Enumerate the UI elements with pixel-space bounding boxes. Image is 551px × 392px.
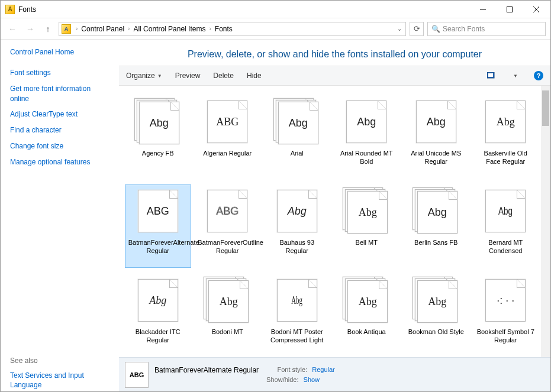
font-label: Bell MT: [356, 238, 378, 247]
font-label: Algerian Regular: [203, 149, 252, 157]
font-icon: Abg: [273, 98, 321, 145]
font-label: BatmanForeverOutline Regular: [198, 238, 257, 255]
breadcrumb-item[interactable]: Fonts: [214, 25, 234, 33]
font-item[interactable]: AbgArial Unicode MS Regular: [403, 95, 469, 179]
forward-button[interactable]: →: [23, 22, 37, 36]
font-label: Arial Unicode MS Regular: [407, 149, 466, 166]
details-font-icon: ABG: [125, 362, 149, 388]
scrollbar-thumb[interactable]: [542, 90, 549, 126]
font-item[interactable]: AbgBookman Old Style: [403, 274, 469, 357]
address-bar[interactable]: A › Control Panel › All Control Panel It…: [59, 22, 406, 36]
sidebar-link[interactable]: Text Services and Input Language: [10, 371, 109, 391]
font-item[interactable]: ABGBatmanForeverOutline Regular: [195, 184, 261, 268]
font-label: BatmanForeverAlternate Regular: [128, 238, 188, 255]
fonts-app-icon: A: [5, 5, 15, 14]
font-item[interactable]: AbgBlackadder ITC Regular: [125, 274, 191, 357]
font-item[interactable]: AbgArial Rounded MT Bold: [334, 95, 400, 179]
font-item[interactable]: AbgBodoni MT: [195, 274, 261, 357]
font-label: Bauhaus 93 Regular: [268, 238, 327, 255]
help-button[interactable]: ?: [534, 71, 543, 80]
font-item[interactable]: AbgBodoni MT Poster Compressed Light: [264, 274, 330, 357]
preview-button[interactable]: Preview: [175, 72, 201, 80]
organize-button[interactable]: Organize▼: [126, 72, 162, 80]
details-show-value: Show: [304, 376, 320, 383]
font-grid: AbgAgency FBABGAlgerian RegularAbgArialA…: [119, 86, 550, 357]
details-style-key: Font style:: [272, 366, 307, 374]
toolbar: Organize▼ Preview Delete Hide ▼ ?: [119, 66, 550, 86]
view-dropdown-icon[interactable]: ▼: [510, 70, 521, 81]
view-options-button[interactable]: [486, 70, 497, 81]
close-button[interactable]: [523, 1, 549, 18]
page-heading: Preview, delete, or show and hide the fo…: [119, 40, 550, 66]
font-label: Arial: [291, 149, 304, 157]
address-dropdown-icon[interactable]: ⌄: [394, 25, 405, 32]
delete-button[interactable]: Delete: [213, 72, 234, 80]
font-label: Bookshelf Symbol 7 Regular: [476, 328, 535, 345]
title-bar: A Fonts: [1, 1, 550, 18]
font-item[interactable]: AbgBernard MT Condensed: [473, 184, 539, 268]
details-pane: ABG BatmanForeverAlternate Regular Font …: [119, 357, 550, 391]
font-label: Bodoni MT: [212, 328, 243, 336]
sidebar-link[interactable]: Font settings: [10, 68, 109, 78]
font-icon: Abg: [204, 277, 251, 324]
svg-rect-1: [507, 7, 512, 12]
font-item[interactable]: ABGAlgerian Regular: [195, 95, 261, 179]
details-style-value: Regular: [312, 366, 335, 374]
scrollbar[interactable]: [541, 86, 550, 357]
details-show-key: Show/hide:: [263, 376, 299, 383]
font-label: Bernard MT Condensed: [476, 238, 535, 255]
breadcrumb-item[interactable]: Control Panel: [80, 25, 125, 33]
chevron-down-icon: ▼: [157, 73, 162, 79]
font-label: Blackadder ITC Regular: [128, 328, 188, 345]
sidebar-link[interactable]: Get more font information online: [10, 84, 109, 104]
font-label: Baskerville Old Face Regular: [476, 149, 535, 166]
main-content: Preview, delete, or show and hide the fo…: [119, 40, 550, 391]
font-item[interactable]: AbgBell MT: [334, 184, 400, 268]
window-title: Fonts: [18, 5, 36, 14]
font-item[interactable]: AbgBauhaus 93 Regular: [264, 184, 330, 268]
see-also-label: See also: [10, 357, 109, 365]
font-icon: ∙: ∙ ∙: [482, 277, 529, 324]
minimize-button[interactable]: [469, 1, 496, 18]
fonts-location-icon: A: [62, 24, 71, 34]
font-label: Berlin Sans FB: [414, 238, 457, 247]
font-item[interactable]: AbgBaskerville Old Face Regular: [473, 95, 539, 179]
font-label: Bookman Old Style: [408, 328, 464, 336]
font-icon: Abg: [413, 277, 460, 324]
sidebar-link[interactable]: Adjust ClearType text: [10, 109, 109, 119]
font-icon: ABG: [134, 187, 182, 235]
font-item[interactable]: AbgArial: [264, 95, 330, 179]
sidebar-link[interactable]: Manage optional features: [10, 157, 109, 167]
font-icon: Abg: [273, 187, 321, 235]
back-button[interactable]: ←: [5, 22, 20, 36]
sidebar-link[interactable]: Change font size: [10, 141, 109, 151]
font-label: Book Antiqua: [347, 328, 386, 336]
refresh-button[interactable]: ⟳: [410, 22, 424, 36]
font-icon: Abg: [413, 98, 460, 145]
font-item[interactable]: ABGBatmanForeverAlternate Regular: [125, 184, 191, 268]
breadcrumb-item[interactable]: All Control Panel Items: [132, 25, 207, 33]
search-icon: 🔍: [431, 25, 440, 33]
font-icon: Abg: [273, 277, 321, 324]
font-icon: Abg: [343, 98, 390, 145]
font-item[interactable]: AbgAgency FB: [125, 95, 191, 179]
font-label: Bodoni MT Poster Compressed Light: [268, 328, 327, 345]
font-icon: Abg: [343, 187, 390, 235]
up-button[interactable]: ↑: [41, 22, 55, 36]
nav-bar: ← → ↑ A › Control Panel › All Control Pa…: [1, 18, 550, 40]
control-panel-home-link[interactable]: Control Panel Home: [10, 48, 109, 56]
font-item[interactable]: AbgBerlin Sans FB: [403, 184, 469, 268]
sidebar-link[interactable]: Find a character: [10, 125, 109, 135]
font-label: Arial Rounded MT Bold: [337, 149, 396, 166]
font-icon: ABG: [204, 187, 251, 235]
font-icon: Abg: [134, 277, 182, 324]
hide-button[interactable]: Hide: [247, 72, 262, 80]
font-icon: Abg: [343, 277, 390, 324]
font-item[interactable]: ∙: ∙ ∙Bookshelf Symbol 7 Regular: [473, 274, 539, 357]
maximize-button[interactable]: [496, 1, 523, 18]
font-item[interactable]: AbgBook Antiqua: [334, 274, 400, 357]
svg-rect-5: [488, 73, 493, 77]
font-label: Agency FB: [142, 149, 174, 157]
sidebar: Control Panel Home Font settings Get mor…: [1, 40, 119, 391]
search-input[interactable]: 🔍 Search Fonts: [427, 22, 546, 36]
